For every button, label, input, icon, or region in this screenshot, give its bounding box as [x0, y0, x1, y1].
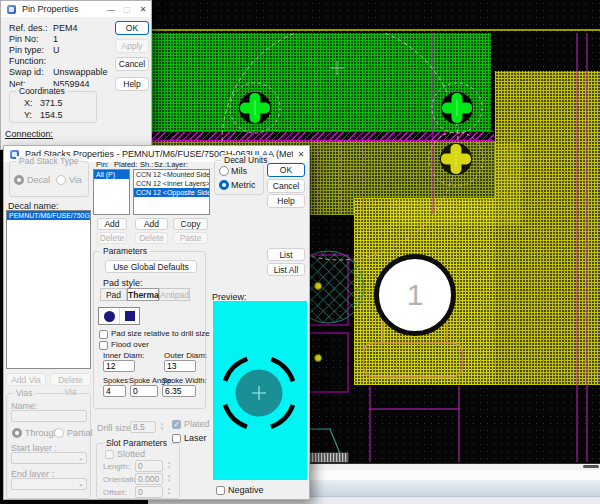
vias-group: Vias Name: Through Partial Start layer :… [6, 393, 91, 499]
help-button[interactable]: Help [267, 194, 305, 208]
laser-checkbox[interactable] [172, 434, 181, 443]
negative-checkbox-label: Negative [228, 485, 264, 495]
thermal-pad-green-1[interactable] [239, 92, 271, 124]
decal-name-list[interactable]: PEMNUT/M6/FUSE/750GH-063U [6, 210, 91, 369]
pin-pad-1[interactable]: 1 [374, 254, 456, 336]
origin-cross-icon [330, 61, 344, 75]
col-sh-label: Sh.: [140, 160, 153, 169]
through-radio [12, 428, 22, 438]
chevron-down-icon: ⌄ [78, 454, 84, 462]
decal-list-item[interactable]: PEMNUT/M6/FUSE/750GH-063U [7, 211, 90, 220]
pin-no-value: 1 [53, 34, 58, 44]
slot-parameters-label: Slot Parameters [103, 438, 170, 448]
pin-pad-label: 1 [407, 278, 424, 312]
maximize-icon: ▢ [119, 5, 135, 14]
spoke-width-input[interactable] [162, 385, 196, 397]
start-layer-select [11, 452, 87, 464]
spokes-label: Spokes: [103, 376, 130, 385]
coord-x-value: 371.5 [40, 98, 63, 108]
pin-cancel-button[interactable]: Cancel [115, 57, 149, 71]
layer-list-item[interactable]: CCN 12 <Mounted Side> [134, 170, 209, 179]
via-name-input [11, 410, 87, 422]
coordinates-group: Coordinates X: 371.5 Y: 154.5 [9, 91, 97, 123]
flood-over-checkbox[interactable] [99, 341, 108, 350]
ok-button[interactable]: OK [267, 163, 305, 177]
close-icon[interactable]: ✕ [135, 5, 151, 14]
cancel-button[interactable]: Cancel [267, 179, 305, 193]
spin-down-icon: ▾ [168, 464, 171, 470]
minimize-icon[interactable]: — [103, 5, 119, 14]
via-dot-1[interactable] [315, 283, 322, 290]
layer-list[interactable]: CCN 12 <Mounted Side> CCN 12 <Inner Laye… [133, 169, 210, 215]
magenta-dashed-lines [318, 141, 363, 214]
slot-parameters-group: Slot Parameters Slotted Length: ▴▾ Orien… [96, 443, 180, 499]
mils-radio[interactable] [219, 166, 229, 176]
pad-shape-selector[interactable] [98, 307, 140, 325]
flood-over-label: Flood over [111, 340, 149, 349]
end-layer-select [11, 478, 87, 490]
via-radio-label: Via [69, 175, 82, 185]
pin-ok-button[interactable]: OK [115, 21, 149, 35]
ref-des-value: PEM4 [53, 23, 78, 33]
list-all-button[interactable]: List All [267, 263, 305, 276]
pin-help-button[interactable]: Help [115, 77, 149, 91]
slot-offset-label: Offset: [103, 488, 126, 497]
function-label: Function: [9, 56, 46, 66]
coordinates-group-label: Coordinates [16, 86, 68, 96]
decal-units-label: Decal Units [221, 155, 270, 165]
pin-properties-titlebar[interactable]: Pin Properties — ▢ ✕ [1, 1, 151, 17]
pad-stack-type-label: Pad Stack Type [16, 156, 81, 166]
tab-thermal[interactable]: Thermal [127, 288, 159, 301]
drill-size-label: Drill size: [97, 423, 134, 433]
tab-pad[interactable]: Pad [100, 288, 127, 301]
outer-diam-label: Outer Diam: [164, 351, 207, 360]
spokes-input[interactable] [103, 385, 126, 397]
slot-offset-input [135, 486, 163, 498]
pin-list-item[interactable]: All (P) [94, 170, 129, 179]
col-sz-label: Sz.: [154, 160, 167, 169]
partial-radio-label: Partial [67, 428, 93, 438]
inner-diam-input[interactable] [103, 360, 135, 372]
thermal-pad-green-2[interactable] [441, 92, 473, 124]
pin-list[interactable]: All (P) [93, 169, 130, 215]
close-icon[interactable]: ✕ [293, 150, 309, 159]
vias-group-label: Vias [13, 388, 35, 398]
parameters-group: Parameters Use Global Defaults Pad style… [93, 251, 206, 409]
pad-size-relative-label: Pad size relative to drill size [111, 329, 210, 338]
layer-paste-button: Paste [173, 232, 208, 244]
layer-list-item[interactable]: CCN 12 <Inner Layers> [134, 179, 209, 188]
layer-copy-button[interactable]: Copy [173, 218, 208, 230]
drill-size-spinner: ▴ ▾ [158, 421, 166, 431]
swap-id-value: Unswappable [53, 67, 108, 77]
via-dot-2[interactable] [315, 355, 322, 362]
negative-checkbox[interactable] [216, 486, 225, 495]
app-icon [7, 5, 16, 14]
use-global-defaults-button[interactable]: Use Global Defaults [105, 260, 197, 273]
slot-orientation-input [135, 473, 163, 485]
pad-style-label: Pad style: [103, 278, 143, 288]
slot-length-input [135, 460, 163, 472]
pin-add-button[interactable]: Add [97, 218, 127, 230]
pad-size-relative-checkbox[interactable] [99, 330, 108, 339]
metric-radio[interactable] [219, 180, 229, 190]
delete-via-button: Delete Via [50, 373, 91, 386]
thermal-preview-graphic [213, 301, 307, 480]
scrollbar-thumb[interactable] [583, 465, 599, 468]
slot-length-spinner: ▴▾ [165, 460, 173, 470]
coord-y-label: Y: [24, 110, 32, 120]
pin-delete-button: Delete [97, 232, 127, 244]
round-pad-shape-icon[interactable] [99, 308, 119, 324]
spoke-angle-input[interactable] [130, 385, 158, 397]
layer-list-item[interactable]: CCN 12 <Opposite Side> [134, 188, 209, 197]
plated-checkbox: ✓ [172, 420, 181, 429]
thermal-pad-yellow[interactable] [440, 143, 472, 175]
ref-des-label: Ref. des.: [9, 23, 48, 33]
square-pad-shape-icon[interactable] [119, 308, 139, 324]
list-button[interactable]: List [267, 248, 305, 261]
outer-diam-input[interactable] [164, 360, 196, 372]
decal-units-group: Decal Units Mils Metric [214, 160, 264, 195]
pin-type-value: U [53, 45, 60, 55]
spin-down-icon: ▾ [168, 477, 171, 483]
connection-label: Connection: [5, 129, 53, 139]
layer-add-button[interactable]: Add [135, 218, 168, 230]
